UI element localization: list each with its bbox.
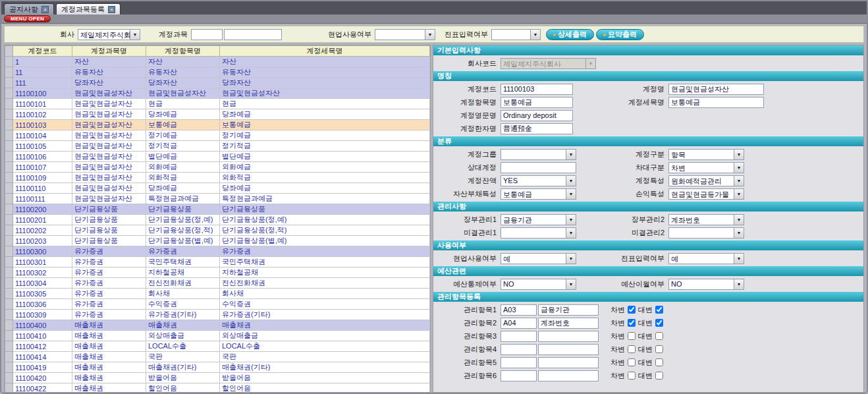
credit-checkbox[interactable]: [655, 358, 663, 366]
account-division-select[interactable]: 항목 ▼: [668, 149, 744, 160]
chevron-down-icon[interactable]: ▼: [734, 254, 744, 264]
mgmt-item-name-input[interactable]: [538, 344, 599, 355]
chevron-down-icon[interactable]: ▼: [566, 176, 576, 186]
pending2-select[interactable]: ▼: [668, 227, 744, 239]
row-indicator[interactable]: [5, 278, 13, 289]
detail-name-input[interactable]: [668, 97, 764, 108]
table-row[interactable]: 11100420매출채권받을어음받을어음: [5, 373, 430, 383]
english-name-input[interactable]: [501, 110, 573, 121]
table-row[interactable]: 11100301유가증권국민주택채권국민주택채권: [5, 257, 430, 267]
chevron-down-icon[interactable]: ▼: [566, 150, 576, 159]
ledger2-select[interactable]: 계좌번호 ▼: [668, 214, 744, 225]
table-row[interactable]: 11100400매출채권매출채권매출채권: [5, 320, 430, 331]
mgmt-item-code-input[interactable]: [501, 304, 537, 316]
item-name-input[interactable]: [501, 97, 573, 108]
row-indicator[interactable]: [5, 331, 13, 341]
row-indicator[interactable]: [5, 225, 13, 236]
account-code-input[interactable]: [501, 84, 573, 95]
table-row[interactable]: 11100110현금및현금성자산당좌예금당좌예금: [5, 183, 430, 194]
mgmt-item-code-input[interactable]: [501, 357, 537, 368]
debit-checkbox[interactable]: [628, 306, 636, 314]
row-indicator[interactable]: [5, 88, 13, 99]
credit-checkbox[interactable]: [655, 345, 663, 353]
chevron-down-icon[interactable]: ▼: [734, 215, 744, 225]
credit-checkbox[interactable]: [655, 332, 663, 340]
mgmt-item-code-input[interactable]: [501, 318, 537, 329]
account-trait-select[interactable]: 원화예적금관리 ▼: [668, 175, 744, 186]
row-indicator[interactable]: [5, 215, 13, 225]
account-group-select[interactable]: ▼: [501, 149, 576, 160]
row-indicator[interactable]: [5, 373, 13, 383]
profit-loss-trait-select[interactable]: 현금및현금등가물 ▼: [668, 188, 744, 200]
row-indicator[interactable]: [5, 57, 13, 67]
table-row[interactable]: 1자산자산자산: [5, 57, 430, 67]
credit-checkbox[interactable]: [655, 372, 663, 380]
chevron-down-icon[interactable]: ▼: [425, 30, 435, 40]
row-indicator[interactable]: [5, 236, 13, 246]
credit-checkbox[interactable]: [655, 319, 663, 327]
row-indicator[interactable]: [5, 183, 13, 194]
tab-notice[interactable]: 공지사항 ×: [4, 3, 54, 14]
mgmt-item-code-input[interactable]: [501, 370, 537, 381]
row-indicator[interactable]: [5, 204, 13, 215]
chevron-down-icon[interactable]: ▼: [566, 189, 576, 199]
table-row[interactable]: 11100105현금및현금성자산정기적금정기적금: [5, 141, 430, 152]
chevron-down-icon[interactable]: ▼: [734, 150, 744, 159]
debit-checkbox[interactable]: [628, 358, 636, 366]
summary-print-button[interactable]: ▸ 요약출력: [596, 29, 644, 40]
tab-close-icon[interactable]: ×: [108, 6, 115, 13]
table-row[interactable]: 11100203단기금융상품단기금융상품(별,예)단기금융상품(별,예): [5, 236, 430, 246]
row-indicator[interactable]: [5, 267, 13, 278]
mgmt-item-name-input[interactable]: [538, 331, 599, 342]
mgmt-item-code-input[interactable]: [501, 331, 537, 342]
hanja-name-input[interactable]: [501, 123, 573, 134]
table-row[interactable]: 11100302유가증권지하철공채지하철공채: [5, 267, 430, 278]
row-indicator[interactable]: [5, 352, 13, 362]
mgmt-item-name-input[interactable]: [538, 357, 599, 368]
table-row[interactable]: 11100102현금및현금성자산당좌예금당좌예금: [5, 109, 430, 120]
row-indicator[interactable]: [5, 246, 13, 257]
pending1-select[interactable]: ▼: [501, 227, 576, 239]
table-row[interactable]: 11100309유가증권유가증권(기타)유가증권(기타): [5, 310, 430, 320]
field-use-select[interactable]: 예 ▼: [501, 253, 576, 264]
account-balance-select[interactable]: YES ▼: [501, 175, 576, 186]
chevron-down-icon[interactable]: ▼: [734, 189, 744, 199]
slip-entry-select[interactable]: 예 ▼: [668, 253, 744, 264]
chevron-down-icon[interactable]: ▼: [566, 279, 576, 289]
chevron-down-icon[interactable]: ▼: [734, 279, 744, 289]
table-row[interactable]: 11100202단기금융상품단기금융상품(정,적)단기금융상품(정,적): [5, 225, 430, 236]
row-indicator[interactable]: [5, 67, 13, 78]
chevron-down-icon[interactable]: ▼: [566, 215, 576, 225]
chevron-down-icon[interactable]: ▼: [734, 163, 744, 173]
row-indicator[interactable]: [5, 120, 13, 130]
row-indicator[interactable]: [5, 109, 13, 120]
chevron-down-icon[interactable]: ▼: [530, 30, 540, 40]
mgmt-item-name-input[interactable]: [538, 370, 599, 381]
row-indicator[interactable]: [5, 362, 13, 373]
row-indicator[interactable]: [5, 99, 13, 109]
table-row[interactable]: 11100410매출채권외상매출금외상매출금: [5, 331, 430, 341]
table-row[interactable]: 11100200단기금융상품단기금융상품단기금융상품: [5, 204, 430, 215]
table-row[interactable]: 11100109현금및현금성자산외화적금외화적금: [5, 173, 430, 183]
row-indicator[interactable]: [5, 320, 13, 331]
row-indicator[interactable]: [5, 194, 13, 204]
table-row[interactable]: 11100305유가증권회사채회사채: [5, 289, 430, 299]
row-indicator[interactable]: [5, 257, 13, 267]
table-row[interactable]: 111당좌자산당좌자산당좌자산: [5, 78, 430, 88]
table-row[interactable]: 11100100현금및현금성자산현금및현금성자산현금및현금성자산: [5, 88, 430, 99]
table-row[interactable]: 11100300유가증권유가증권유가증권: [5, 246, 430, 257]
row-indicator[interactable]: [5, 341, 13, 352]
account-name-input[interactable]: [668, 84, 764, 95]
tab-account-registration[interactable]: 계정과목등록 ×: [56, 3, 121, 14]
ledger1-select[interactable]: 금융기관 ▼: [501, 214, 576, 225]
debit-checkbox[interactable]: [628, 319, 636, 327]
table-row[interactable]: 11100422매출채권할인어음할인어음: [5, 383, 430, 393]
debit-checkbox[interactable]: [628, 332, 636, 340]
table-row[interactable]: 11100412매출채권LOCAL수출LOCAL수출: [5, 341, 430, 352]
slip-entry-filter-select[interactable]: ▼: [491, 29, 541, 40]
row-indicator[interactable]: [5, 78, 13, 88]
account-code-filter-input[interactable]: [191, 29, 223, 40]
table-row[interactable]: 11100106현금및현금성자산별단예금별단예금: [5, 152, 430, 162]
table-row[interactable]: 11100101현금및현금성자산현금현금: [5, 99, 430, 109]
mgmt-item-name-input[interactable]: [538, 304, 599, 316]
